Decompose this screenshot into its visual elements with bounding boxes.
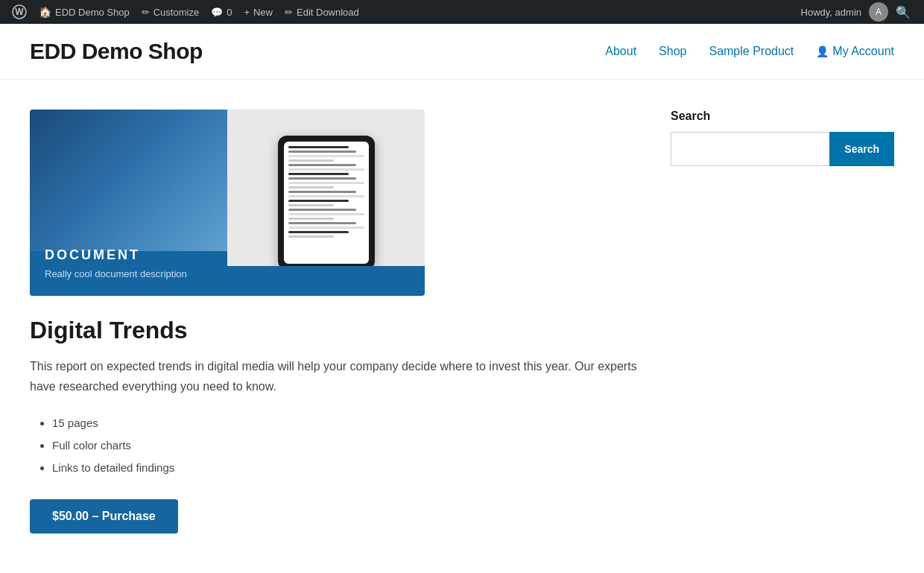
admin-bar-right: Howdy, admin A 🔍 <box>797 2 918 22</box>
search-icon[interactable]: 🔍 <box>888 5 918 19</box>
product-features: 15 pages Full color charts Links to deta… <box>30 414 641 477</box>
admin-bar: W 🏠 EDD Demo Shop ✏ Customize 💬 0 + New … <box>0 0 924 24</box>
admin-bar-customize[interactable]: ✏ Customize <box>136 0 205 24</box>
blue-strip <box>227 266 425 296</box>
tablet-mockup <box>278 136 375 270</box>
primary-content: DOCUMENT Really cool document descriptio… <box>30 110 641 534</box>
site-title: EDD Demo Shop <box>30 39 203 64</box>
feature-item: Full color charts <box>52 437 641 455</box>
feature-item: 15 pages <box>52 414 641 432</box>
admin-bar-site-name[interactable]: 🏠 EDD Demo Shop <box>33 0 136 24</box>
new-icon: + <box>244 7 250 18</box>
purchase-button[interactable]: $50.00 – Purchase <box>30 499 178 534</box>
product-image: DOCUMENT Really cool document descriptio… <box>30 110 425 296</box>
nav-about[interactable]: About <box>605 45 636 58</box>
tablet-screen <box>284 142 369 264</box>
feature-item: Links to detailed findings <box>52 459 641 477</box>
site-nav: About Shop Sample Product 👤 My Account <box>605 45 894 58</box>
admin-bar-edit-download[interactable]: ✏ Edit Download <box>279 0 365 24</box>
svg-text:W: W <box>15 7 24 17</box>
sidebar-search-row: Search <box>671 132 894 166</box>
admin-bar-new[interactable]: + New <box>238 0 279 24</box>
product-title: Digital Trends <box>30 317 641 344</box>
site-header: EDD Demo Shop About Shop Sample Product … <box>0 24 924 80</box>
nav-sample-product[interactable]: Sample Product <box>709 45 794 58</box>
product-description: This report on expected trends in digita… <box>30 356 641 396</box>
search-input[interactable] <box>671 132 829 166</box>
sidebar: Search Search <box>671 110 894 534</box>
main-content: DOCUMENT Really cool document descriptio… <box>0 80 924 563</box>
sidebar-search-label: Search <box>671 110 894 123</box>
product-doc-desc: Really cool document description <box>45 267 212 281</box>
edit-icon: ✏ <box>285 7 293 18</box>
search-button[interactable]: Search <box>829 132 894 166</box>
comments-icon: 💬 <box>211 7 223 18</box>
home-icon: 🏠 <box>39 6 51 18</box>
product-image-right <box>227 110 425 296</box>
user-icon: 👤 <box>816 45 829 57</box>
product-doc-label: DOCUMENT <box>45 247 212 263</box>
customize-icon: ✏ <box>142 7 150 18</box>
wordpress-icon[interactable]: W <box>6 0 33 24</box>
admin-bar-comments[interactable]: 💬 0 <box>205 0 238 24</box>
nav-shop[interactable]: Shop <box>659 45 686 58</box>
nav-my-account[interactable]: 👤 My Account <box>816 45 894 58</box>
avatar[interactable]: A <box>869 2 888 22</box>
howdy-text: Howdy, admin <box>797 7 866 18</box>
product-image-left: DOCUMENT Really cool document descriptio… <box>30 110 227 296</box>
